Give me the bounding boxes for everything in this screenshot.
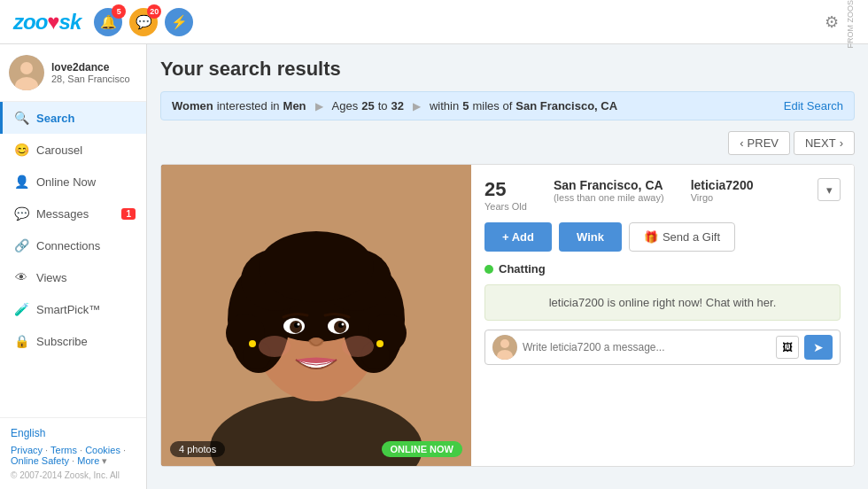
main-content: Your search results Women interested in … bbox=[147, 44, 868, 489]
nav-icons: 🔔 5 💬 20 ⚡ bbox=[94, 8, 193, 36]
sidebar-language[interactable]: English bbox=[11, 427, 136, 439]
navbar-left: zoo♥sk 🔔 5 💬 20 ⚡ bbox=[13, 8, 193, 36]
prev-label: PREV bbox=[748, 136, 779, 150]
sidebar-item-connections-label: Connections bbox=[36, 239, 100, 252]
privacy-link[interactable]: Privacy bbox=[11, 445, 43, 455]
logo-text: zoo♥sk bbox=[13, 10, 81, 35]
sidebar-item-online-label: Online Now bbox=[36, 175, 96, 189]
sidebar-item-views[interactable]: 👁 Views bbox=[0, 261, 146, 293]
logo: zoo♥sk bbox=[13, 10, 81, 35]
next-chevron-icon: › bbox=[840, 136, 843, 150]
views-icon: 👁 bbox=[13, 270, 29, 284]
photo-count-badge: 4 photos bbox=[170, 441, 225, 457]
sidebar-item-online-now[interactable]: 👤 Online Now bbox=[0, 166, 146, 198]
page-title: Your search results bbox=[160, 58, 855, 81]
sidebar-copyright: © 2007-2014 Zoosk, Inc. All bbox=[11, 470, 136, 480]
filter-age-min: 25 bbox=[361, 99, 374, 113]
notifications-badge: 5 bbox=[112, 4, 126, 19]
profile-info-header: 25 Years Old San Francisco, CA (less tha… bbox=[484, 178, 841, 212]
svg-point-28 bbox=[249, 340, 256, 347]
edit-search-button[interactable]: Edit Search bbox=[784, 99, 843, 113]
stat-username-value: leticia7200 bbox=[691, 178, 754, 192]
more-link[interactable]: More bbox=[77, 455, 99, 466]
terms-link[interactable]: Terms bbox=[50, 445, 77, 455]
online-safety-link[interactable]: Online Safety bbox=[11, 455, 69, 466]
boost-button[interactable]: ⚡ bbox=[165, 8, 193, 36]
sidebar-item-connections[interactable]: 🔗 Connections bbox=[0, 229, 146, 261]
filter-interested-in-label: interested in bbox=[217, 99, 280, 113]
add-button[interactable]: + Add bbox=[484, 222, 552, 252]
action-buttons: + Add Wink 🎁 Send a Gift bbox=[484, 222, 841, 252]
svg-point-31 bbox=[500, 339, 509, 348]
send-button[interactable]: ➤ bbox=[804, 335, 833, 360]
filter-distance: 5 bbox=[462, 99, 469, 113]
next-button[interactable]: NEXT › bbox=[794, 131, 855, 155]
stat-age: 25 Years Old bbox=[484, 178, 527, 212]
sidebar-item-carousel[interactable]: 😊 Carousel bbox=[0, 134, 146, 166]
sidebar: love2dance 28, San Francisco 🔍 Search 😊 … bbox=[0, 44, 147, 489]
sidebar-item-search[interactable]: 🔍 Search bbox=[0, 102, 146, 134]
messages-badge: 1 bbox=[121, 208, 136, 220]
sidebar-item-smartpick-label: SmartPick™ bbox=[36, 303, 100, 316]
stat-username: leticia7200 Virgo bbox=[691, 178, 754, 212]
cookies-link[interactable]: Cookies bbox=[85, 445, 120, 455]
results-area: 4 photos ONLINE NOW 25 Years Old San Fra… bbox=[160, 164, 855, 467]
emoji-button[interactable]: 🖼 bbox=[776, 336, 799, 359]
avatar bbox=[9, 55, 44, 90]
sidebar-item-subscribe[interactable]: 🔒 Subscribe bbox=[0, 325, 146, 357]
svg-point-29 bbox=[376, 340, 384, 347]
sidebar-item-carousel-label: Carousel bbox=[36, 144, 82, 157]
online-badge: ONLINE NOW bbox=[382, 441, 463, 457]
sidebar-links: Privacy · Terms · Cookies · Online Safet… bbox=[11, 445, 136, 467]
search-nav-icon: 🔍 bbox=[13, 111, 29, 125]
profile-photo bbox=[161, 165, 471, 466]
profile-dropdown-button[interactable]: ▾ bbox=[818, 178, 841, 201]
sidebar-bottom: English Privacy · Terms · Cookies · Onli… bbox=[0, 417, 146, 489]
layout: love2dance 28, San Francisco 🔍 Search 😊 … bbox=[0, 44, 868, 489]
filter-gender-value: Women bbox=[172, 99, 213, 113]
sidebar-item-subscribe-label: Subscribe bbox=[36, 335, 88, 348]
prev-button[interactable]: ‹ PREV bbox=[728, 131, 790, 155]
chat-message-box: leticia7200 is online right now! Chat wi… bbox=[484, 284, 841, 321]
watermark: FROM ZOOSK bbox=[846, 0, 855, 49]
chevron-down-icon: ▾ bbox=[826, 183, 833, 197]
online-now-icon: 👤 bbox=[13, 175, 29, 189]
sidebar-item-messages[interactable]: 💬 Messages 1 bbox=[0, 198, 146, 229]
svg-point-27 bbox=[342, 336, 374, 357]
filter-bar: Women interested in Men ▶ Ages 25 to 32 … bbox=[160, 91, 855, 120]
message-input-row: 🖼 ➤ bbox=[484, 330, 841, 365]
sidebar-item-views-label: Views bbox=[36, 271, 66, 284]
stat-location: San Francisco, CA (less than one mile aw… bbox=[554, 178, 664, 212]
filter-age: Ages 25 to 32 bbox=[332, 99, 404, 113]
filter-criteria: Women interested in Men ▶ Ages 25 to 32 … bbox=[172, 99, 617, 113]
prev-chevron-icon: ‹ bbox=[740, 136, 743, 150]
filter-arrow-2: ▶ bbox=[413, 100, 421, 113]
message-input[interactable] bbox=[523, 341, 771, 353]
send-icon: ➤ bbox=[813, 340, 824, 354]
filter-miles-label: miles of bbox=[472, 99, 512, 113]
sidebar-user: love2dance 28, San Francisco bbox=[0, 44, 146, 102]
filter-within-label: within bbox=[430, 99, 459, 113]
gift-button[interactable]: 🎁 Send a Gift bbox=[629, 222, 735, 252]
notifications-button[interactable]: 🔔 5 bbox=[94, 8, 122, 36]
boost-icon: ⚡ bbox=[171, 14, 188, 30]
sidebar-item-messages-label: Messages bbox=[36, 207, 89, 221]
sidebar-location: 28, San Francisco bbox=[51, 74, 130, 84]
svg-point-23 bbox=[298, 323, 300, 326]
filter-interest-value: Men bbox=[283, 99, 306, 113]
settings-icon[interactable]: ⚙ bbox=[825, 12, 839, 32]
gift-icon: 🎁 bbox=[644, 230, 658, 244]
connections-icon: 🔗 bbox=[13, 238, 29, 252]
chat-status-label: Chatting bbox=[499, 262, 546, 276]
profile-info: 25 Years Old San Francisco, CA (less tha… bbox=[471, 165, 854, 466]
filter-to-label: to bbox=[378, 99, 388, 113]
sidebar-item-smartpick[interactable]: 🧪 SmartPick™ bbox=[0, 293, 146, 325]
svg-point-12 bbox=[259, 231, 374, 302]
filter-location: within 5 miles of San Francisco, CA bbox=[430, 99, 617, 113]
matches-button[interactable]: 💬 20 bbox=[129, 8, 158, 36]
chat-status: Chatting bbox=[484, 262, 841, 276]
smartpick-icon: 🧪 bbox=[13, 302, 29, 316]
filter-gender: Women interested in Men bbox=[172, 99, 306, 113]
wink-button[interactable]: Wink bbox=[559, 222, 622, 252]
sidebar-item-search-label: Search bbox=[36, 112, 74, 125]
